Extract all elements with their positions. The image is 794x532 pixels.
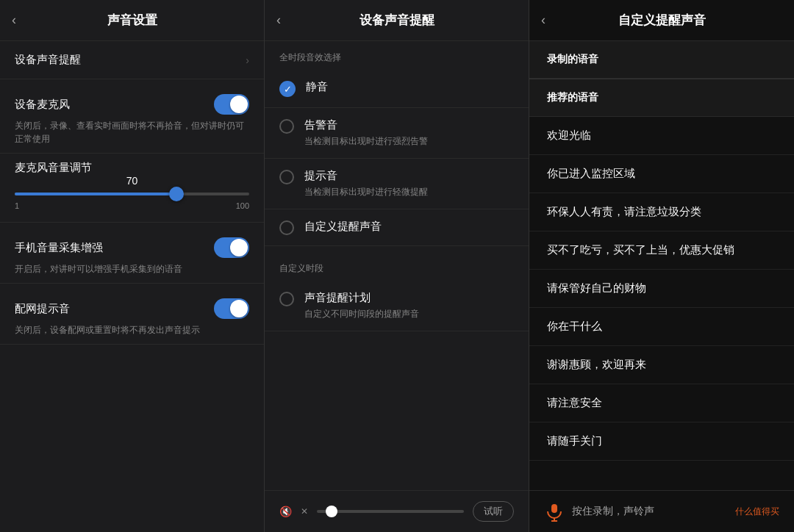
option-alarm-content: 告警音 当检测目标出现时进行强烈告警 xyxy=(304,118,428,148)
right-panel-header: ‹ 自定义提醒声音 xyxy=(529,0,794,41)
cross-icon: ✕ xyxy=(301,506,308,517)
voice-item-4[interactable]: 请保管好自己的财物 xyxy=(529,270,794,308)
volume-slider-track[interactable] xyxy=(15,193,249,195)
left-panel-header: ‹ 声音设置 xyxy=(0,0,264,41)
option-mute-content: 静音 xyxy=(306,80,328,94)
voice-item-7[interactable]: 请注意安全 xyxy=(529,384,794,423)
middle-panel-header: ‹ 设备声音提醒 xyxy=(265,0,529,41)
left-back-button[interactable]: ‹ xyxy=(12,12,16,28)
device-alert-arrow: › xyxy=(246,54,249,66)
volume-slider-thumb[interactable] xyxy=(169,187,184,201)
option-hint-desc: 当检测目标出现时进行轻微提醒 xyxy=(304,186,428,198)
microphone-block: 设备麦克风 关闭后，录像、查看实时画面时将不再拾音，但对讲时仍可正常使用 xyxy=(0,79,264,154)
section2-header: 自定义时段 xyxy=(265,252,529,281)
volume-max: 100 xyxy=(236,201,249,210)
option-schedule-desc: 自定义不同时间段的提醒声音 xyxy=(304,308,419,320)
option-schedule-content: 声音提醒计划 自定义不同时间段的提醒声音 xyxy=(304,291,419,320)
device-alert-label: 设备声音提醒 xyxy=(15,53,81,67)
radio-circle-custom xyxy=(279,220,294,235)
voice-item-0[interactable]: 欢迎光临 xyxy=(529,117,794,155)
volume-block: 麦克风音量调节 70 1 100 xyxy=(0,154,264,223)
watermark-text: 什么值得买 xyxy=(735,506,779,518)
right-panel-title: 自定义提醒声音 xyxy=(618,12,706,29)
option-schedule[interactable]: 声音提醒计划 自定义不同时间段的提醒声音 xyxy=(265,281,529,331)
left-panel: ‹ 声音设置 设备声音提醒 › 设备麦克风 关闭后，录像、查看实时画面时将不再拾… xyxy=(0,0,265,532)
right-bottom-bar: 按住录制，声铃声 什么值得买 xyxy=(529,490,794,532)
boost-desc: 开启后，对讲时可以增强手机采集到的语音 xyxy=(15,262,249,276)
middle-panel: ‹ 设备声音提醒 全时段音效选择 ✓ 静音 告警音 当检测目标出现时进行强烈告警… xyxy=(265,0,529,532)
preview-button[interactable]: 试听 xyxy=(473,501,514,522)
option-mute-label: 静音 xyxy=(306,80,328,94)
boost-label: 手机音量采集增强 xyxy=(15,241,103,255)
microphone-toggle[interactable] xyxy=(214,94,249,115)
radio-check-mute: ✓ xyxy=(279,81,296,97)
middle-panel-title: 设备声音提醒 xyxy=(360,12,434,29)
preview-thumb[interactable] xyxy=(326,506,337,517)
preview-bar: 🔇 ✕ 试听 xyxy=(265,490,529,532)
mute-icon: 🔇 xyxy=(279,506,292,517)
option-alarm[interactable]: 告警音 当检测目标出现时进行强烈告警 xyxy=(265,108,529,159)
option-custom-label: 自定义提醒声音 xyxy=(304,220,382,234)
voice-item-8[interactable]: 请随手关门 xyxy=(529,423,794,461)
volume-value: 70 xyxy=(15,175,249,187)
voice-item-5[interactable]: 你在干什么 xyxy=(529,308,794,346)
right-panel: ‹ 自定义提醒声音 录制的语音 推荐的语音 欢迎光临 你已进入监控区域 环保人人… xyxy=(529,0,794,532)
section-recommended-header: 推荐的语音 xyxy=(529,79,794,117)
network-sound-block: 配网提示音 关闭后，设备配网或重置时将不再发出声音提示 xyxy=(0,284,264,345)
radio-circle-alarm xyxy=(279,119,294,134)
option-custom[interactable]: 自定义提醒声音 xyxy=(265,209,529,246)
middle-back-button[interactable]: ‹ xyxy=(276,12,281,28)
network-sound-label: 配网提示音 xyxy=(15,302,70,316)
volume-label: 麦克风音量调节 xyxy=(15,161,249,175)
option-hint-content: 提示音 当检测目标出现时进行轻微提醒 xyxy=(304,169,428,198)
mic-icon xyxy=(544,501,565,522)
voice-item-2[interactable]: 环保人人有责，请注意垃圾分类 xyxy=(529,193,794,231)
option-schedule-label: 声音提醒计划 xyxy=(304,291,419,305)
radio-circle-schedule xyxy=(279,292,294,306)
svg-rect-0 xyxy=(551,504,557,513)
option-mute[interactable]: ✓ 静音 xyxy=(265,70,529,108)
boost-row: 手机音量采集增强 xyxy=(15,237,249,258)
microphone-row: 设备麦克风 xyxy=(15,94,249,115)
section-recorded-header: 录制的语音 xyxy=(529,41,794,79)
section1-header: 全时段音效选择 xyxy=(265,41,529,70)
preview-slider[interactable] xyxy=(317,510,464,513)
network-sound-row: 配网提示音 xyxy=(15,298,249,319)
network-sound-toggle[interactable] xyxy=(214,298,249,319)
boost-toggle[interactable] xyxy=(214,237,249,258)
volume-slider-fill xyxy=(15,193,176,195)
volume-range: 1 100 xyxy=(15,201,249,210)
boost-block: 手机音量采集增强 开启后，对讲时可以增强手机采集到的语音 xyxy=(0,223,264,284)
microphone-desc: 关闭后，录像、查看实时画面时将不再拾音，但对讲时仍可正常使用 xyxy=(15,119,249,145)
option-alarm-label: 告警音 xyxy=(304,118,428,132)
option-hint[interactable]: 提示音 当检测目标出现时进行轻微提醒 xyxy=(265,159,529,209)
option-custom-content: 自定义提醒声音 xyxy=(304,220,382,234)
left-panel-title: 声音设置 xyxy=(107,12,157,29)
microphone-label: 设备麦克风 xyxy=(15,98,70,112)
record-text: 按住录制，声铃声 xyxy=(572,505,654,518)
option-hint-label: 提示音 xyxy=(304,169,428,183)
right-back-button[interactable]: ‹ xyxy=(541,12,546,28)
voice-item-6[interactable]: 谢谢惠顾，欢迎再来 xyxy=(529,346,794,384)
device-alert-item[interactable]: 设备声音提醒 › xyxy=(0,41,264,79)
radio-circle-hint xyxy=(279,170,294,184)
network-sound-desc: 关闭后，设备配网或重置时将不再发出声音提示 xyxy=(15,323,249,337)
voice-item-1[interactable]: 你已进入监控区域 xyxy=(529,155,794,193)
voice-item-3[interactable]: 买不了吃亏，买不了上当，优惠大促销 xyxy=(529,231,794,270)
volume-min: 1 xyxy=(15,201,19,210)
option-alarm-desc: 当检测目标出现时进行强烈告警 xyxy=(304,135,428,148)
